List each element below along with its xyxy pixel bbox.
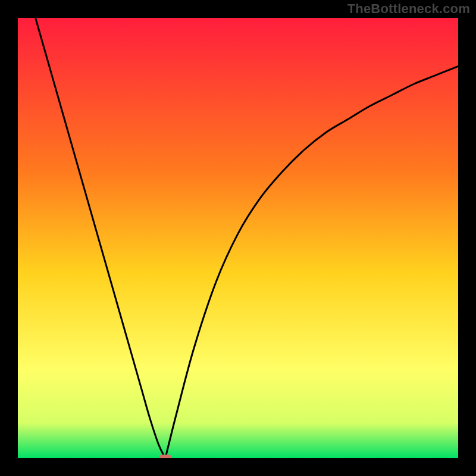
plot-area — [18, 18, 458, 458]
plot-svg — [18, 18, 458, 458]
gradient-background — [18, 18, 458, 458]
optimum-marker — [159, 455, 172, 458]
chart-frame: TheBottleneck.com — [0, 0, 476, 476]
watermark-text: TheBottleneck.com — [347, 1, 470, 17]
